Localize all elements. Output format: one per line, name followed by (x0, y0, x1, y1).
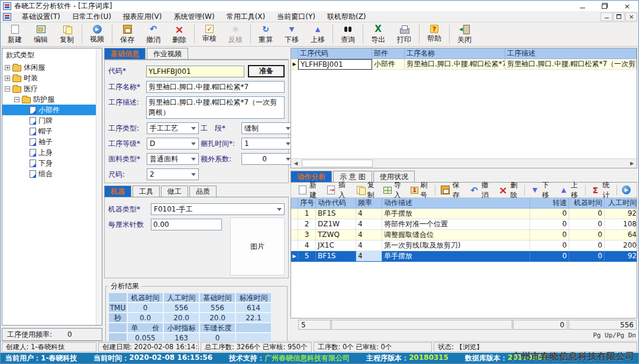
status-section-4: 工序数: 0个 已审核: 0个 (314, 342, 432, 352)
menu-item-1[interactable]: 基础设置(T) (16, 11, 66, 22)
tree-item-小部件[interactable]: 小部件 (2, 105, 102, 115)
tree-item-门牌[interactable]: 门牌 (2, 115, 102, 126)
menu-item-6[interactable]: 当前窗口(Y) (271, 11, 321, 22)
copy-button[interactable]: 复制 (54, 23, 80, 46)
scrollbar-thumb[interactable] (302, 160, 373, 167)
row-marker-icon (291, 219, 298, 230)
import-button[interactable]: 导入 (380, 180, 407, 200)
code-input[interactable] (146, 66, 244, 77)
tree-item-休闲服[interactable]: +休闲服 (2, 62, 102, 73)
action-row-2[interactable]: 2DZ1W4将部件对准一个位置00108 (291, 219, 637, 230)
edit-button[interactable]: 编辑 (28, 23, 54, 46)
toolbar-separator (449, 25, 450, 44)
process-name-input[interactable] (146, 81, 285, 93)
close-app-button[interactable]: 关闭 (451, 23, 477, 46)
collapse-icon[interactable]: − (5, 86, 10, 92)
menu-item-3[interactable]: 报表应用(V) (117, 11, 168, 22)
action-row-4[interactable]: 4JX1C4第一次剪线(取及放剪刀)00200 (291, 240, 637, 251)
audit-button[interactable]: 审核 (196, 23, 222, 46)
mdi-minimize-button[interactable] (601, 12, 612, 21)
action-toolbar: 新建插入复制导入刷号保存撤消删除下移上移统计 (291, 183, 637, 198)
window-title: 春晓工艺分析软件 - [工序词库] (14, 1, 112, 11)
toolbar-button-label: 删除 (172, 35, 186, 45)
toolbar-separator (333, 25, 333, 44)
menu-item-7[interactable]: 联机帮助(Z) (321, 11, 372, 22)
mdi-close-button[interactable]: × (625, 12, 637, 21)
close-button[interactable]: × (616, 1, 638, 11)
bundle-time-combo[interactable]: 1 (241, 138, 293, 150)
stage-combo[interactable]: 缝制 (241, 122, 293, 134)
expand-icon[interactable]: + (5, 65, 10, 70)
scroll-right-icon[interactable]: ▶ (627, 159, 637, 168)
expand-icon[interactable]: + (5, 76, 10, 81)
renumber-button[interactable]: 刷号 (407, 180, 434, 200)
delete-button[interactable]: 删除 (166, 23, 192, 46)
export-excel-button[interactable]: 导出 (365, 23, 391, 46)
save-button[interactable]: 保存 (114, 23, 140, 46)
tree-item-医疗[interactable]: −医疗 (2, 83, 102, 94)
move-down-button[interactable]: 下移 (279, 23, 305, 46)
row-marker-icon: ▶ (291, 59, 298, 70)
new-document-button[interactable]: 新建 (2, 23, 28, 46)
restore-button[interactable] (593, 1, 616, 11)
tree-item-时装[interactable]: +时装 (2, 73, 102, 83)
move-up-icon (312, 24, 323, 34)
action-row-1[interactable]: 1BF1S4单手摆放0092 (291, 209, 637, 219)
statistics-button[interactable]: 统计 (586, 180, 615, 200)
grade-combo[interactable]: D (147, 138, 199, 150)
undo-button[interactable]: 撤消 (465, 180, 494, 200)
minimize-button[interactable] (571, 1, 593, 11)
move-down-button[interactable]: 下移 (526, 180, 555, 200)
menu-item-5[interactable]: 常用工具(X) (221, 11, 272, 22)
tree-vertical-scrollbar[interactable] (96, 48, 102, 325)
machine-type-combo[interactable]: F0101-手工 (151, 203, 285, 215)
video-button[interactable]: 视频 (84, 23, 110, 46)
toolbar-button-label: 复制 (367, 180, 377, 200)
insert-button[interactable]: 插入 (322, 180, 351, 200)
mdi-restore-button[interactable] (613, 12, 625, 21)
process-type-combo[interactable]: 手工工艺 (147, 122, 199, 134)
toolbar-separator (250, 25, 251, 44)
menu-item-4[interactable]: 系统管理(W) (167, 11, 220, 22)
tree-item-上身[interactable]: 上身 (2, 147, 102, 158)
tree-item-袖子[interactable]: 袖子 (2, 136, 102, 147)
print-button[interactable]: 打印 (391, 23, 417, 46)
tree-item-组合[interactable]: 组合 (2, 168, 102, 179)
move-up-button[interactable]: 上移 (305, 23, 331, 46)
collapse-icon[interactable]: − (14, 97, 20, 102)
tree-item-防护服[interactable]: −防护服 (2, 94, 102, 105)
video-button[interactable] (618, 186, 634, 194)
scroll-left-icon[interactable]: ◀ (291, 159, 301, 168)
tab-tools[interactable]: 工具 (133, 186, 160, 197)
menu-item-2[interactable]: 日常工作(U) (66, 11, 117, 22)
tab-quality[interactable]: 品质 (189, 186, 217, 197)
pager-hint: Pg Up/Pg Dn (593, 332, 636, 341)
delete-button[interactable]: 删除 (494, 180, 523, 200)
save-button[interactable]: 保存 (437, 180, 466, 200)
recalculate-button[interactable]: 重算 (253, 23, 279, 46)
action-row-5[interactable]: ▶5BF1S4单手摆放0092 (291, 251, 637, 262)
search-button[interactable]: 查询 (335, 23, 361, 46)
fabric-type-combo[interactable]: 普通面料 (147, 153, 199, 165)
new-document-button[interactable]: 新建 (293, 180, 322, 200)
ready-button[interactable]: 准备 (248, 65, 285, 77)
process-desc-textarea[interactable]: 剪里袖口.脚口.中腰.帽口松紧*7（一次剪两根） (146, 96, 285, 119)
extra-factor-combo[interactable]: 0 (241, 153, 293, 165)
size-combo[interactable]: 2 (147, 168, 199, 180)
move-up-button[interactable]: 上移 (555, 180, 584, 200)
tab-workmanship[interactable]: 做工 (161, 186, 188, 197)
action-cell-2: JX1C (316, 240, 356, 251)
tab-machine[interactable]: 机器 (104, 186, 131, 197)
tab-basic-info[interactable]: 基础信息 (104, 48, 146, 59)
help-button[interactable]: 帮助 (421, 23, 447, 46)
action-row-3[interactable]: 3TZWQ4调整握取缝合位0064 (291, 230, 637, 240)
process-horizontal-scrollbar[interactable]: ◀ ▶ (291, 158, 637, 168)
tab-operation-video[interactable]: 作业视频 (147, 48, 188, 59)
stitch-count-input[interactable] (151, 219, 222, 230)
tree-item-帽子[interactable]: 帽子 (2, 126, 102, 136)
table-row[interactable]: ▶YLFHFBJ001小部件剪里袖口.脚口.中腰.帽口松紧*7剪里袖口.脚口.中… (291, 59, 637, 70)
folder-icon (22, 97, 31, 103)
copy-button[interactable]: 复制 (351, 180, 380, 200)
undo-button[interactable]: 撤消 (140, 23, 166, 46)
tree-item-下身[interactable]: 下身 (2, 158, 102, 168)
